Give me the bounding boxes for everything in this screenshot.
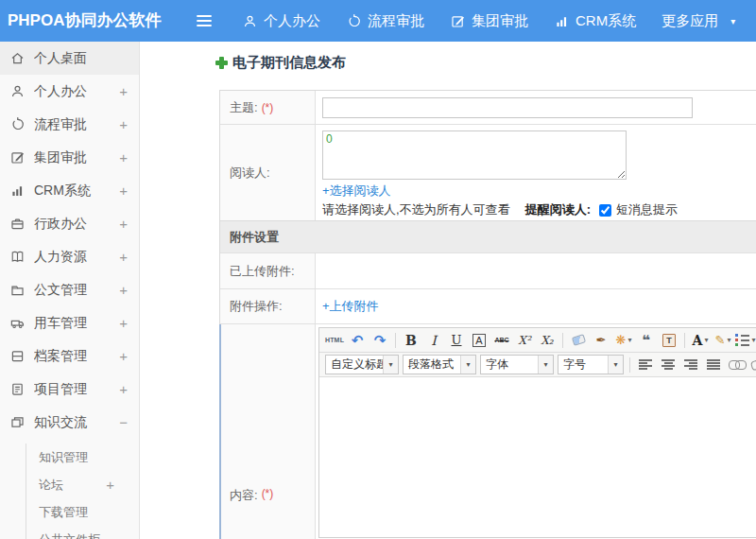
custom-title-select[interactable]: 自定义标题▾ [325,355,399,374]
doc-icon [9,282,26,298]
source-html-button[interactable]: HTML [324,330,345,350]
nav-item-group-approval[interactable]: 集团审批 [450,12,528,30]
expand-icon[interactable]: + [119,83,128,99]
sidebar-item-personal-office[interactable]: 个人办公+ [0,75,139,108]
select-label: 段落格式 [404,356,460,373]
attachment-section-header: 附件设置 [220,220,756,252]
sidebar-item-label: 流程审批 [34,116,115,133]
uploaded-label-text: 已上传附件: [230,263,295,280]
bold-button[interactable]: B [401,330,421,350]
superscript-button-glyph: X² [518,335,530,346]
blockquote-button[interactable]: ❝ [636,330,657,350]
sidebar-subitem-public-cabinet[interactable]: 公共文件柜 [26,526,139,539]
sidebar-subitem-forum[interactable]: 论坛+ [26,471,139,498]
font-family-select[interactable]: 字体▾ [480,355,554,374]
rich-text-editor: HTML↶↷BIUAABCX²X₂✒❋▾❝TA▾✎▾▾ 自定义标题▾段落格式▾字… [318,327,756,538]
nav-item-personal-office[interactable]: 个人办公 [242,12,320,30]
project-icon [9,381,26,397]
nav-label: 集团审批 [472,12,528,30]
expand-icon[interactable]: + [119,315,128,331]
highlight-color-button[interactable]: ✎▾ [713,330,733,350]
auto-format-button[interactable]: ❋▾ [613,330,634,350]
editor-content-area[interactable] [319,377,756,537]
underline-button-glyph: U [452,334,462,346]
font-size-select[interactable]: 字号▾ [558,355,624,374]
nav-label: 更多应用 [662,12,718,30]
underline-button[interactable]: U [446,330,467,350]
unlink-icon[interactable] [748,355,756,374]
expand-icon[interactable]: + [119,381,128,397]
sidebar-subitem-label: 论坛 [39,477,102,494]
main-content: 电子期刊信息发布 主题: (*) 阅读人: 0 +选择阅读人 请选择阅读人,不选… [141,42,756,539]
align-center-icon[interactable] [658,355,679,374]
font-border-button[interactable]: A [469,330,490,350]
readers-textarea[interactable]: 0 [322,130,627,180]
collapse-icon[interactable]: − [119,414,128,430]
expand-icon[interactable]: + [119,183,128,199]
sidebar-item-label: 知识交流 [34,414,115,431]
nav-item-workflow-approval[interactable]: 流程审批 [346,12,424,30]
sidebar-item-label: 个人桌面 [34,50,128,67]
nav-item-crm-system[interactable]: CRM系统 [554,12,636,30]
subscript-button[interactable]: X₂ [537,330,558,350]
sidebar-item-human-resources[interactable]: 人力资源+ [0,240,139,273]
content-row: 内容: (*) HTML↶↷BIUAABCX²X₂✒❋▾❝TA▾✎▾▾ 自定义标… [220,323,756,539]
sidebar-subitem-label: 下载管理 [39,504,114,521]
sidebar-item-group-approval[interactable]: 集团审批+ [0,141,139,174]
select-label: 字体 [481,356,538,373]
expand-icon[interactable]: + [119,348,128,364]
readers-hint-line: 请选择阅读人,不选为所有人可查看 提醒阅读人: 短消息提示 [322,201,756,218]
sidebar-item-admin-office[interactable]: 行政办公+ [0,207,139,240]
sidebar-subitem-download-mgmt[interactable]: 下载管理 [26,498,139,526]
sidebar-item-desktop[interactable]: 个人桌面 [0,42,139,75]
subject-input[interactable] [322,97,693,118]
align-justify-icon[interactable] [703,355,724,374]
sidebar-item-document-mgmt[interactable]: 公文管理+ [0,273,139,306]
sidebar-item-knowledge[interactable]: 知识交流− [0,406,139,439]
sidebar-item-workflow-approval[interactable]: 流程审批+ [0,108,139,141]
sidebar-item-label: 用车管理 [34,315,115,332]
brief-icon [9,216,26,232]
expand-icon[interactable]: + [119,149,128,165]
layers-icon [9,414,26,430]
uploaded-attachments-value [316,253,756,288]
expand-icon[interactable]: + [119,116,128,132]
eraser-icon[interactable] [568,330,589,350]
subject-label: 主题: (*) [220,91,316,124]
link-icon [729,360,745,369]
sms-remind-label: 短消息提示 [616,201,678,218]
align-right-icon[interactable] [680,355,701,374]
expand-icon[interactable]: + [106,477,114,493]
expand-icon[interactable]: + [119,282,128,298]
nav-item-more-apps[interactable]: 更多应用▾ [662,12,735,30]
undo-button[interactable]: ↶ [347,330,368,350]
sidebar-item-archive-mgmt[interactable]: 档案管理+ [0,339,139,373]
paste-text-button[interactable]: T [659,330,679,350]
sidebar-item-label: 行政办公 [34,216,115,233]
sidebar-item-project-mgmt[interactable]: 项目管理+ [0,373,139,406]
link-icon[interactable] [726,355,747,374]
superscript-button[interactable]: X² [514,330,535,350]
caret-down-icon: ▾ [608,356,623,374]
sidebar-item-vehicle-mgmt[interactable]: 用车管理+ [0,306,139,339]
paragraph-format-select[interactable]: 段落格式▾ [403,355,476,374]
sidebar-item-crm-system[interactable]: CRM系统+ [0,174,139,207]
upload-attachment-link[interactable]: +上传附件 [322,298,379,315]
italic-button[interactable]: I [423,330,444,350]
strikethrough-button[interactable]: ABC [491,330,512,350]
align-left-icon[interactable] [635,355,656,374]
menu-toggle-button[interactable] [194,10,216,31]
choose-readers-link[interactable]: +选择阅读人 [322,183,391,200]
sms-remind-checkbox[interactable] [599,204,611,217]
sidebar: 个人桌面个人办公+流程审批+集团审批+CRM系统+行政办公+人力资源+公文管理+… [0,42,140,539]
format-brush-button[interactable]: ✒ [591,330,611,350]
ordered-list-icon[interactable]: ▾ [735,330,756,350]
sidebar-subitem-knowledge-mgmt[interactable]: 知识管理 [26,443,139,471]
caret-down-icon: ▾ [460,356,475,374]
align-center-icon [662,358,675,371]
expand-icon[interactable]: + [119,216,128,232]
required-mark: (*) [262,101,274,114]
font-color-button[interactable]: A▾ [690,330,711,350]
expand-icon[interactable]: + [119,249,128,265]
redo-button[interactable]: ↷ [369,330,390,350]
